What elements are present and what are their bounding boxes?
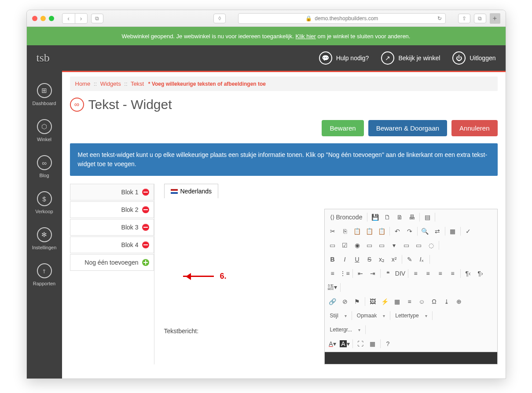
checkbox-icon[interactable]: ☑ xyxy=(339,239,351,251)
removeformat-icon[interactable]: ✎ xyxy=(404,253,416,266)
spellcheck-icon[interactable]: ✓ xyxy=(462,225,474,237)
rich-text-editor[interactable]: ⟨⟩Broncode 💾 🗋 🗎 🖶 ▤ ✂ ⎘ xyxy=(324,209,498,364)
delete-icon[interactable] xyxy=(142,241,149,248)
undo-icon[interactable]: ↶ xyxy=(391,225,404,237)
view-shop-link[interactable]: ↗ Bekijk je winkel xyxy=(381,51,440,65)
copy-icon[interactable]: ⎘ xyxy=(339,225,351,237)
sidebar-toggle-button[interactable]: ⧉ xyxy=(91,14,103,23)
window-zoom-icon[interactable] xyxy=(49,16,54,21)
radio-icon[interactable]: ◉ xyxy=(351,239,363,251)
clearformat-icon[interactable]: Iₓ xyxy=(416,253,428,266)
save-icon[interactable]: 💾 xyxy=(369,211,381,223)
textcolor-icon[interactable]: A▾ xyxy=(327,338,339,350)
imagebutton-icon[interactable]: ▭ xyxy=(413,239,425,251)
paste-word-icon[interactable]: 📋 xyxy=(376,225,388,237)
delete-icon[interactable] xyxy=(142,206,149,213)
numlist-icon[interactable]: ≡ xyxy=(327,267,339,280)
source-button[interactable]: ⟨⟩Broncode xyxy=(327,211,366,223)
sidebar-item-instellingen[interactable]: ✻Instellingen xyxy=(27,227,62,250)
align-right-icon[interactable]: ≡ xyxy=(434,267,447,280)
plus-icon[interactable] xyxy=(142,259,149,266)
rtl-icon[interactable]: ¶› xyxy=(474,267,487,280)
reload-icon[interactable]: ↻ xyxy=(437,15,442,22)
add-block-button[interactable]: Nog één toevoegen xyxy=(70,254,154,271)
bulllist-icon[interactable]: ⋮≡ xyxy=(339,267,351,280)
sidebar-item-winkel[interactable]: ⬡Winkel xyxy=(27,119,62,142)
smiley-icon[interactable]: ☺ xyxy=(416,295,428,308)
sidebar-item-blog[interactable]: ∞Blog xyxy=(27,155,62,178)
select-icon[interactable]: ▾ xyxy=(388,239,400,251)
table-icon[interactable]: ▦ xyxy=(391,295,404,308)
tabs-button[interactable]: ⧉ xyxy=(474,14,486,23)
preview-icon[interactable]: 🗎 xyxy=(393,211,406,223)
paste-text-icon[interactable]: 📋 xyxy=(363,225,376,237)
replace-icon[interactable]: ⇄ xyxy=(431,225,444,237)
textfield-icon[interactable]: ▭ xyxy=(363,239,376,251)
format-select[interactable]: Opmaak xyxy=(353,309,389,322)
delete-icon[interactable] xyxy=(142,189,149,196)
specialchar-icon[interactable]: Ω xyxy=(428,295,440,308)
iframe-icon[interactable]: ⊕ xyxy=(453,295,465,308)
block-item-4[interactable]: Blok 4 xyxy=(70,237,154,253)
selectall-icon[interactable]: ▦ xyxy=(447,225,459,237)
strike-icon[interactable]: S xyxy=(363,253,376,266)
new-tab-button[interactable]: + xyxy=(490,13,500,24)
hidden-icon[interactable]: ◌ xyxy=(425,239,437,251)
templates-icon[interactable]: ▤ xyxy=(421,211,433,223)
shield-icon[interactable]: ◊ xyxy=(213,14,226,23)
logout-link[interactable]: ⏻ Uitloggen xyxy=(452,51,495,65)
cancel-button[interactable]: Annuleren xyxy=(451,120,497,136)
hr-icon[interactable]: ≡ xyxy=(404,295,416,308)
save-continue-button[interactable]: Bewaren & Doorgaan xyxy=(368,120,447,136)
save-button[interactable]: Bewaren xyxy=(322,120,363,136)
style-select[interactable]: Stijl xyxy=(327,309,350,322)
button-icon[interactable]: ▭ xyxy=(400,239,413,251)
block-item-3[interactable]: Blok 3 xyxy=(70,219,154,236)
showblocks-icon[interactable]: ▦ xyxy=(367,338,379,350)
anchor-icon[interactable]: ⚑ xyxy=(351,295,363,308)
indent-icon[interactable]: ⇥ xyxy=(367,267,379,280)
cut-icon[interactable]: ✂ xyxy=(327,225,339,237)
italic-icon[interactable]: I xyxy=(339,253,351,266)
align-left-icon[interactable]: ≡ xyxy=(410,267,422,280)
lang-tab-nl[interactable]: Nederlands xyxy=(164,184,219,198)
sidebar-item-dashboard[interactable]: ⊞Dashboard xyxy=(27,83,62,106)
delete-icon[interactable] xyxy=(142,224,149,231)
quote-icon[interactable]: ❝ xyxy=(382,267,394,280)
bold-icon[interactable]: B xyxy=(327,253,339,266)
sidebar-item-rapporten[interactable]: ⫯Rapporten xyxy=(27,263,62,286)
banner-link[interactable]: Klik hier xyxy=(296,33,316,40)
outdent-icon[interactable]: ⇤ xyxy=(354,267,367,280)
editor-body[interactable] xyxy=(324,352,498,364)
block-item-2[interactable]: Blok 2 xyxy=(70,201,154,218)
crumb-tekst[interactable]: Tekst xyxy=(131,80,144,87)
crumb-widgets[interactable]: Widgets xyxy=(100,80,121,87)
form-icon[interactable]: ▭ xyxy=(327,239,339,251)
link-icon[interactable]: 🔗 xyxy=(327,295,339,308)
window-close-icon[interactable] xyxy=(32,16,37,21)
forward-button[interactable]: › xyxy=(75,14,87,23)
ltr-icon[interactable]: ¶‹ xyxy=(462,267,474,280)
font-select[interactable]: Lettertype xyxy=(392,309,430,322)
justify-icon[interactable]: ≡ xyxy=(447,267,459,280)
subscript-icon[interactable]: x₂ xyxy=(376,253,388,266)
language-icon[interactable]: 語▾ xyxy=(327,281,339,294)
print-icon[interactable]: 🖶 xyxy=(406,211,418,223)
back-button[interactable]: ‹ xyxy=(62,14,75,23)
window-minimize-icon[interactable] xyxy=(40,16,46,21)
help-icon[interactable]: ? xyxy=(382,338,394,350)
align-center-icon[interactable]: ≡ xyxy=(422,267,434,280)
maximize-icon[interactable]: ⛶ xyxy=(354,338,367,350)
flash-icon[interactable]: ⚡ xyxy=(379,295,391,308)
paste-icon[interactable]: 📋 xyxy=(351,225,363,237)
sidebar-item-verkoop[interactable]: $Verkoop xyxy=(27,191,62,214)
block-item-1[interactable]: Blok 1 xyxy=(70,184,154,200)
pagebreak-icon[interactable]: ⤓ xyxy=(440,295,453,308)
bgcolor-icon[interactable]: A▾ xyxy=(339,338,351,350)
redo-icon[interactable]: ↷ xyxy=(404,225,416,237)
underline-icon[interactable]: U xyxy=(351,253,363,266)
address-bar[interactable]: 🔒 demo.theshopbuilders.com ↻ xyxy=(238,13,445,24)
unlink-icon[interactable]: ⊘ xyxy=(339,295,351,308)
find-icon[interactable]: 🔍 xyxy=(419,225,431,237)
superscript-icon[interactable]: x² xyxy=(388,253,400,266)
